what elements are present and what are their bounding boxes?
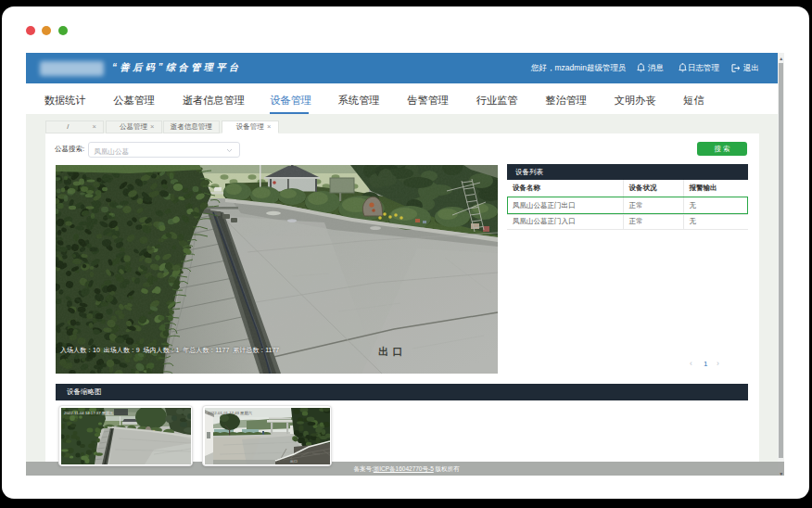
- svg-text:2022-11-04 14:17:37 星期五: 2022-11-04 14:17:37 星期五: [64, 411, 114, 415]
- svg-text:出口: 出口: [290, 459, 298, 464]
- svg-text:2022-01-01 17:43 星期六: 2022-01-01 17:43 星期六: [208, 411, 253, 415]
